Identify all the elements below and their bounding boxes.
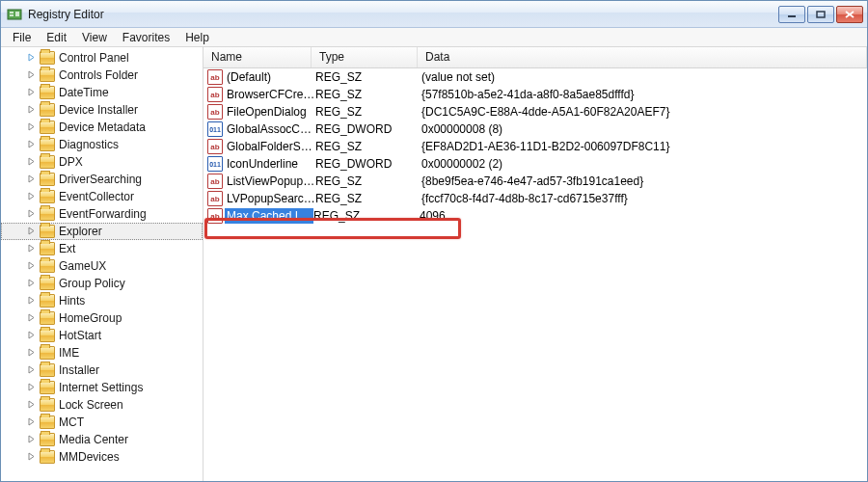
expand-arrow-icon[interactable] [28, 157, 38, 167]
expand-arrow-icon[interactable] [28, 209, 38, 219]
expand-arrow-icon[interactable] [28, 452, 38, 462]
maximize-button[interactable] [807, 6, 834, 23]
expand-arrow-icon[interactable] [28, 279, 38, 288]
tree-item-label: GameUX [59, 259, 106, 273]
menu-file[interactable]: File [5, 29, 39, 46]
tree-item[interactable]: Controls Folder [1, 67, 203, 84]
titlebar[interactable]: Registry Editor [1, 1, 867, 28]
value-name: BrowserCFCreator [227, 88, 315, 101]
value-type: REG_SZ [315, 140, 421, 153]
tree-item[interactable]: EventCollector [1, 188, 203, 205]
column-header-name[interactable]: Name [203, 47, 312, 67]
svg-rect-2 [10, 14, 14, 16]
expand-arrow-icon[interactable] [28, 348, 38, 358]
tree-item[interactable]: Diagnostics [1, 136, 203, 153]
registry-value-row[interactable]: 011GlobalAssocCha...REG_DWORD0x00000008 … [203, 120, 867, 138]
tree-item[interactable]: EventForwarding [1, 205, 203, 223]
binary-value-icon: 011 [207, 156, 223, 172]
expand-arrow-icon[interactable] [28, 53, 38, 63]
registry-editor-window: Registry Editor File Edit View Favorites… [1, 1, 867, 481]
expand-arrow-icon[interactable] [28, 400, 38, 410]
tree-item[interactable]: Device Metadata [1, 119, 203, 136]
folder-icon [40, 103, 55, 117]
registry-value-row[interactable]: 011IconUnderlineREG_DWORD0x00000002 (2) [203, 155, 867, 173]
tree-item[interactable]: MMDevices [1, 448, 203, 466]
expand-arrow-icon[interactable] [28, 192, 38, 201]
tree-item[interactable]: Device Installer [1, 101, 203, 119]
expand-arrow-icon[interactable] [28, 88, 38, 97]
tree-item-label: Media Center [59, 433, 128, 446]
value-type: REG_DWORD [315, 157, 421, 171]
menubar: File Edit View Favorites Help [1, 28, 867, 47]
folder-icon [40, 346, 55, 360]
expand-arrow-icon[interactable] [28, 261, 38, 271]
registry-value-row[interactable]: abListViewPopupC...REG_SZ{8be9f5ea-e746-… [203, 173, 867, 190]
folder-icon [40, 155, 55, 169]
registry-value-row[interactable]: abMax Cached IconsREG_SZ4096 [203, 207, 867, 225]
expand-arrow-icon[interactable] [28, 365, 38, 375]
folder-icon [40, 259, 55, 273]
tree-item[interactable]: Control Panel [1, 49, 203, 67]
tree-item[interactable]: MCT [1, 414, 203, 431]
tree-item[interactable]: Media Center [1, 431, 203, 448]
menu-view[interactable]: View [74, 29, 115, 46]
registry-value-row[interactable]: ab(Default)REG_SZ(value not set) [203, 68, 867, 86]
tree-panel[interactable]: Control PanelControls FolderDateTimeDevi… [1, 47, 203, 481]
tree-item[interactable]: Lock Screen [1, 396, 203, 414]
menu-favorites[interactable]: Favorites [115, 29, 177, 46]
expand-arrow-icon[interactable] [28, 435, 38, 444]
close-button[interactable] [836, 6, 863, 23]
folder-icon [40, 363, 55, 377]
value-data: 4096 [420, 209, 867, 223]
tree-item[interactable]: Installer [1, 362, 203, 379]
registry-value-row[interactable]: abGlobalFolderSett...REG_SZ{EF8AD2D1-AE3… [203, 138, 867, 155]
tree-item[interactable]: Internet Settings [1, 379, 203, 396]
expand-arrow-icon[interactable] [28, 417, 38, 427]
tree-item[interactable]: DriverSearching [1, 171, 203, 188]
string-value-icon: ab [207, 87, 223, 102]
window-controls [778, 6, 863, 23]
tree-item-label: DateTime [59, 86, 109, 99]
value-data: {fccf70c8-f4d7-4d8b-8c17-cd6715e37fff} [421, 192, 867, 205]
registry-value-row[interactable]: abLVPopupSearch...REG_SZ{fccf70c8-f4d7-4… [203, 190, 867, 207]
expand-arrow-icon[interactable] [28, 70, 38, 80]
expand-arrow-icon[interactable] [28, 331, 38, 340]
tree-item[interactable]: Explorer [1, 223, 203, 240]
folder-icon [40, 242, 55, 255]
tree-item[interactable]: Hints [1, 292, 203, 309]
expand-arrow-icon[interactable] [28, 122, 38, 132]
tree-item[interactable]: DPX [1, 153, 203, 171]
menu-edit[interactable]: Edit [39, 29, 74, 46]
folder-icon [40, 398, 55, 412]
menu-help[interactable]: Help [177, 29, 217, 46]
expand-arrow-icon[interactable] [28, 244, 38, 254]
tree-item[interactable]: IME [1, 344, 203, 362]
tree-item[interactable]: DateTime [1, 84, 203, 101]
folder-icon [40, 138, 55, 151]
expand-arrow-icon[interactable] [28, 140, 38, 149]
tree-item[interactable]: GameUX [1, 257, 203, 275]
svg-rect-5 [817, 12, 825, 17]
tree-item[interactable]: HotStart [1, 327, 203, 344]
folder-icon [40, 311, 55, 325]
registry-value-row[interactable]: abFileOpenDialogREG_SZ{DC1C5A9C-E88A-4dd… [203, 103, 867, 120]
column-header-data[interactable]: Data [418, 47, 867, 67]
tree-item[interactable]: HomeGroup [1, 309, 203, 327]
tree-item[interactable]: Ext [1, 240, 203, 257]
expand-arrow-icon[interactable] [28, 105, 38, 115]
value-data: {EF8AD2D1-AE36-11D1-B2D2-006097DF8C11} [421, 140, 867, 153]
value-name: GlobalFolderSett... [227, 140, 315, 153]
expand-arrow-icon[interactable] [28, 383, 38, 392]
expand-arrow-icon[interactable] [28, 296, 38, 306]
expand-arrow-icon[interactable] [28, 227, 38, 236]
registry-value-row[interactable]: abBrowserCFCreatorREG_SZ{57f8510b-a5e2-4… [203, 86, 867, 103]
minimize-button[interactable] [778, 6, 805, 23]
expand-arrow-icon[interactable] [28, 313, 38, 323]
string-value-icon: ab [207, 208, 223, 224]
expand-arrow-icon[interactable] [28, 174, 38, 184]
column-header-type[interactable]: Type [312, 47, 418, 67]
tree-item[interactable]: Group Policy [1, 275, 203, 292]
folder-icon [40, 51, 55, 65]
value-name: Max Cached Icons [225, 208, 313, 224]
string-value-icon: ab [207, 104, 223, 120]
